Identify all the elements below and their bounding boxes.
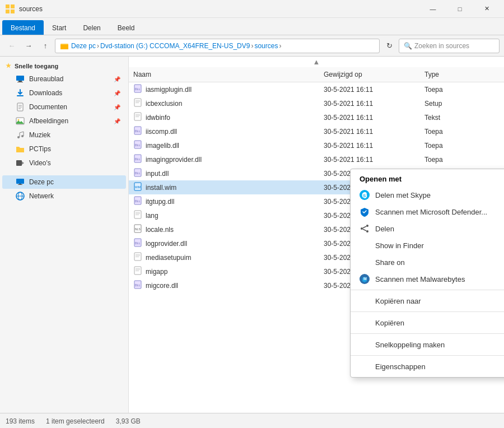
separator-3: [351, 333, 504, 334]
address-bar: ← → ↑ Deze pc › Dvd-station (G:) CCCOMA_…: [0, 35, 504, 57]
maximize-button[interactable]: □: [447, 0, 473, 18]
svg-rect-19: [16, 179, 24, 184]
ctx-skype[interactable]: S Delen met Skype: [351, 187, 504, 203]
file-type: Setup: [420, 99, 487, 109]
pin-icon-downloads: 📌: [114, 90, 120, 96]
ctx-snelkoppeling[interactable]: Snelkoppeling maken: [351, 336, 504, 353]
path-sources: sources: [254, 42, 278, 50]
col-header-gewijzigd[interactable]: Gewijzigd op: [319, 68, 420, 81]
svg-text:DLL: DLL: [135, 283, 140, 287]
svg-rect-30: [136, 103, 139, 103]
file-modified: 30-5-2021 16:11: [319, 141, 420, 151]
video-icon: [16, 159, 25, 168]
ctx-share-on[interactable]: Share on ›: [351, 254, 504, 271]
file-list-header: Naam Gewijzigd op Type: [129, 67, 504, 82]
svg-text:S: S: [363, 193, 366, 198]
file-row[interactable]: DLL iiscomp.dll 30-5-2021 16:11 Toepa: [129, 124, 504, 138]
back-button[interactable]: ←: [4, 39, 19, 53]
path-dvd: Dvd-station (G:) CCCOMA_X64FRE_EN-US_DV9: [100, 42, 250, 50]
tab-delen[interactable]: Delen: [74, 20, 109, 35]
title-bar: sources ― □ ✕: [0, 0, 504, 18]
shortcut-icon: [360, 339, 370, 350]
file-type-icon: DLL: [133, 126, 142, 137]
svg-point-16: [21, 135, 24, 137]
col-header-type[interactable]: Type: [420, 68, 487, 81]
svg-text:DLL: DLL: [135, 129, 140, 133]
file-name: DLL iasmigplugin.dll: [129, 83, 319, 96]
col-header-naam[interactable]: Naam: [129, 68, 319, 81]
file-type: Toepa: [420, 155, 487, 165]
file-name: DLL migcore.dll: [129, 279, 319, 292]
svg-rect-20: [19, 184, 21, 184]
svg-rect-58: [136, 257, 139, 257]
file-row[interactable]: icbexclusion 30-5-2021 16:11 Setup: [129, 96, 504, 110]
image-icon: [16, 117, 25, 125]
svg-rect-33: [136, 115, 140, 116]
file-type-icon: [133, 252, 142, 263]
search-box[interactable]: 🔍 Zoeken in sources: [399, 39, 500, 53]
ctx-kopieren-naar[interactable]: Kopiëren naar ›: [351, 292, 504, 309]
refresh-button[interactable]: ↻: [382, 39, 396, 53]
search-placeholder: Zoeken in sources: [414, 42, 469, 50]
sidebar-item-pctips[interactable]: PCTips: [2, 142, 126, 156]
tab-beeld[interactable]: Beeld: [109, 20, 143, 35]
ctx-malwarebytes[interactable]: M Scannen met Malwarebytes: [351, 271, 504, 287]
file-name: lang: [129, 209, 319, 222]
minimize-button[interactable]: ―: [420, 0, 446, 18]
file-type-icon: DLL: [133, 168, 142, 179]
file-name: WIM install.wim: [129, 181, 319, 194]
ctx-delen[interactable]: Delen: [351, 220, 504, 237]
svg-rect-48: [136, 212, 140, 213]
file-modified: 30-5-2021 16:11: [319, 127, 420, 137]
ctx-eigenschappen[interactable]: Eigenschappen: [351, 358, 504, 375]
sidebar-item-bureaublad[interactable]: Bureaublad 📌: [2, 72, 126, 86]
sidebar-item-netwerk[interactable]: Netwerk: [2, 189, 126, 203]
svg-point-68: [361, 227, 363, 230]
svg-line-71: [363, 229, 366, 231]
scroll-up[interactable]: ▲: [129, 57, 504, 67]
tab-bestand[interactable]: Bestand: [2, 20, 44, 35]
svg-text:DLL: DLL: [135, 157, 140, 161]
file-type-icon: WIM: [133, 182, 142, 193]
file-modified: 30-5-2021 16:11: [319, 155, 420, 165]
svg-rect-60: [136, 268, 140, 269]
sidebar-item-videos[interactable]: Video's: [2, 156, 126, 170]
up-button[interactable]: ↑: [38, 39, 53, 53]
svg-rect-0: [6, 4, 10, 8]
file-name: migapp: [129, 265, 319, 278]
file-type-icon: DLL: [133, 84, 142, 95]
search-icon: 🔍: [404, 42, 412, 50]
file-type-icon: DLL: [133, 238, 142, 249]
share-icon: [360, 224, 370, 234]
tab-start[interactable]: Start: [44, 20, 74, 35]
file-type: Toepa: [420, 127, 487, 137]
address-path[interactable]: Deze pc › Dvd-station (G:) CCCOMA_X64FRE…: [55, 39, 380, 53]
sidebar-item-downloads[interactable]: Downloads 📌: [2, 86, 126, 100]
svg-rect-8: [17, 95, 24, 96]
ctx-kopieren[interactable]: Kopiëren: [351, 314, 504, 331]
ctx-openen-met-label: Openen met: [360, 175, 402, 183]
skype-icon: S: [360, 190, 370, 200]
svg-rect-29: [136, 101, 140, 102]
ctx-show-finder[interactable]: Show in Finder: [351, 237, 504, 254]
sidebar-item-documenten[interactable]: Documenten 📌: [2, 100, 126, 114]
file-name: DLL logprovider.dll: [129, 237, 319, 250]
copy-icon: [360, 318, 370, 328]
file-name: idwbinfo: [129, 111, 319, 124]
close-button[interactable]: ✕: [474, 0, 500, 18]
file-row[interactable]: DLL iasmigplugin.dll 30-5-2021 16:11 Toe…: [129, 82, 504, 96]
file-row[interactable]: idwbinfo 30-5-2021 16:11 Tekst: [129, 110, 504, 124]
ctx-defender[interactable]: Scannen met Microsoft Defender...: [351, 203, 504, 220]
forward-button[interactable]: →: [21, 39, 36, 53]
svg-rect-61: [136, 269, 140, 270]
file-row[interactable]: DLL imagingprovider.dll 30-5-2021 16:11 …: [129, 152, 504, 166]
sidebar-item-muziek[interactable]: Muziek: [2, 128, 126, 142]
svg-rect-6: [18, 81, 22, 82]
malwarebytes-icon: M: [360, 274, 370, 284]
sidebar-item-afbeeldingen[interactable]: Afbeeldingen 📌: [2, 114, 126, 128]
pin-icon-doc: 📌: [114, 104, 120, 110]
file-type-icon: DLL: [133, 280, 142, 291]
svg-rect-49: [136, 213, 140, 214]
file-row[interactable]: DLL imagelib.dll 30-5-2021 16:11 Toepa: [129, 138, 504, 152]
sidebar-item-deze-pc[interactable]: Deze pc: [2, 175, 126, 189]
